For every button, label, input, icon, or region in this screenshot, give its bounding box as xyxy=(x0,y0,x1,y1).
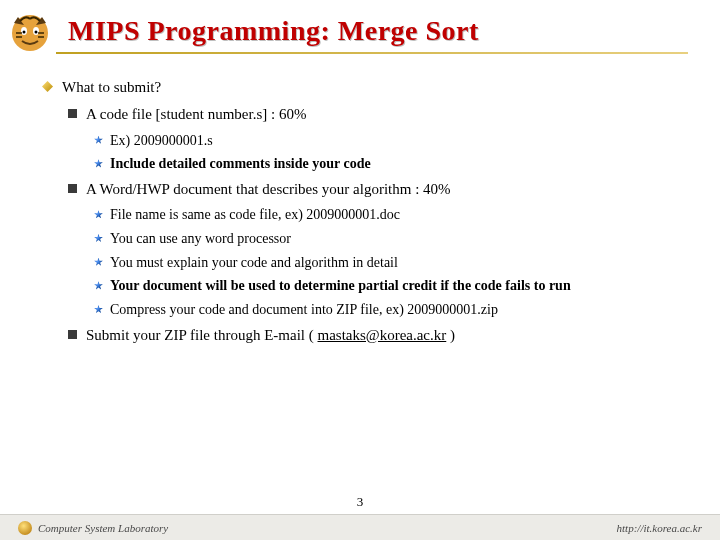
bullet-text: Compress your code and document into ZIP… xyxy=(110,302,498,317)
slide-header: MIPS Programming: Merge Sort xyxy=(0,0,720,58)
bullet-code-example: Ex) 2009000001.s xyxy=(94,130,686,152)
title-underline xyxy=(56,52,688,54)
email-link[interactable]: mastaks@korea.ac.kr xyxy=(318,327,447,343)
bullet-text: A code file [student number.s] : 60% xyxy=(86,106,306,122)
bullet-text: File name is same as code file, ex) 2009… xyxy=(110,207,400,222)
bullet-code-file: A code file [student number.s] : 60% xyxy=(68,103,686,126)
bullet-text: You must explain your code and algorithm… xyxy=(110,255,398,270)
bullet-text: What to submit? xyxy=(62,79,161,95)
bullet-explain-detail: You must explain your code and algorithm… xyxy=(94,252,686,274)
svg-point-4 xyxy=(35,31,38,34)
bullet-text-post: ) xyxy=(446,327,455,343)
bullet-submit-email: Submit your ZIP file through E-mail ( ma… xyxy=(68,324,686,347)
tiger-logo-icon xyxy=(6,7,54,55)
bullet-text: Ex) 2009000001.s xyxy=(110,133,213,148)
bullet-partial-credit: Your document will be used to determine … xyxy=(94,275,686,297)
bullet-text-pre: Submit your ZIP file through E-mail ( xyxy=(86,327,318,343)
bullet-text: A Word/HWP document that describes your … xyxy=(86,181,451,197)
svg-point-3 xyxy=(23,31,26,34)
footer-left: Computer System Laboratory xyxy=(18,521,168,535)
bullet-compress-zip: Compress your code and document into ZIP… xyxy=(94,299,686,321)
slide-footer: Computer System Laboratory http://it.kor… xyxy=(0,514,720,540)
slide-content: What to submit? A code file [student num… xyxy=(0,58,720,347)
bullet-include-comments: Include detailed comments inside your co… xyxy=(94,153,686,175)
korea-logo-icon xyxy=(18,521,32,535)
bullet-doc-filename: File name is same as code file, ex) 2009… xyxy=(94,204,686,226)
bullet-what-to-submit: What to submit? xyxy=(42,76,686,99)
slide-title: MIPS Programming: Merge Sort xyxy=(68,15,479,47)
page-number: 3 xyxy=(357,494,364,510)
bullet-any-processor: You can use any word processor xyxy=(94,228,686,250)
footer-url: http://it.korea.ac.kr xyxy=(617,522,702,534)
bullet-text: You can use any word processor xyxy=(110,231,291,246)
bullet-text: Your document will be used to determine … xyxy=(110,278,571,293)
footer-lab-name: Computer System Laboratory xyxy=(38,522,168,534)
bullet-text: Include detailed comments inside your co… xyxy=(110,156,371,171)
bullet-document: A Word/HWP document that describes your … xyxy=(68,178,686,201)
slide: MIPS Programming: Merge Sort What to sub… xyxy=(0,0,720,540)
